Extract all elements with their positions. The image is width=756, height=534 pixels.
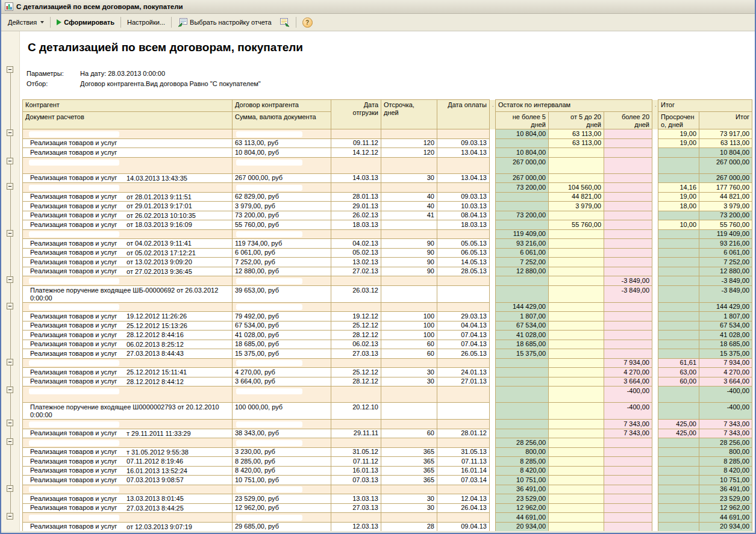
cell-interval-over-20[interactable]	[604, 239, 652, 249]
cell-pay-date[interactable]: 29.03.13	[437, 312, 490, 321]
cell-interval-up-to-5[interactable]: 10 804,00	[496, 129, 549, 139]
cell-deferral-days[interactable]	[381, 438, 437, 448]
cell-overdue-days[interactable]	[658, 157, 699, 173]
cell-ship-date[interactable]	[331, 358, 381, 368]
cell-pay-date[interactable]: 10.03.13	[437, 202, 490, 211]
cell-interval-over-20[interactable]: 4 270,00	[604, 368, 652, 377]
cell-interval-up-to-5[interactable]	[496, 429, 549, 438]
cell-interval-over-20[interactable]	[604, 267, 652, 276]
cell-interval-over-20[interactable]	[604, 138, 652, 148]
cell-overdue-days[interactable]: 61,61	[658, 358, 699, 368]
cell-overdue-days[interactable]	[658, 513, 699, 523]
cell-deferral-days[interactable]: 30	[381, 377, 437, 387]
cell-total[interactable]: 36 491,00	[699, 485, 752, 494]
cell-total[interactable]: 119 409,00	[699, 229, 752, 239]
actions-button[interactable]: Действия	[4, 17, 48, 28]
cell-document[interactable]: Реализация товаров и услуг28.12.2012 8:4…	[23, 377, 233, 387]
cell-amount[interactable]	[233, 420, 331, 429]
cell-overdue-days[interactable]	[658, 321, 699, 331]
cell-total[interactable]: 12 880,00	[699, 267, 752, 276]
cell-interval-5-to-20[interactable]	[549, 466, 604, 476]
cell-interval-5-to-20[interactable]	[549, 457, 604, 467]
cell-ship-date[interactable]: 28.12.12	[331, 377, 381, 387]
cell-counterparty[interactable]	[23, 183, 233, 193]
cell-deferral-days[interactable]: 30	[381, 173, 437, 183]
cell-amount[interactable]	[233, 513, 331, 523]
cell-document[interactable]: Реализация товаров и услугот 12.03.2013 …	[23, 522, 233, 532]
cell-amount[interactable]: 15 375,00, руб	[233, 349, 331, 359]
cell-interval-over-20[interactable]	[604, 258, 652, 267]
cell-amount[interactable]: 38 343,00, руб	[233, 429, 331, 438]
cell-interval-5-to-20[interactable]	[549, 276, 604, 286]
cell-interval-5-to-20[interactable]	[549, 387, 604, 403]
cell-interval-up-to-5[interactable]: 73 200,00	[496, 211, 549, 220]
cell-total[interactable]: 4 270,00	[699, 368, 752, 377]
cell-interval-over-20[interactable]	[604, 220, 652, 230]
choose-report-setting-button[interactable]: Выбрать настройку отчета	[173, 16, 275, 29]
cell-total[interactable]: 8 420,00	[699, 466, 752, 476]
cell-pay-date[interactable]: 08.04.13	[437, 211, 490, 220]
cell-interval-5-to-20[interactable]	[549, 331, 604, 340]
cell-interval-up-to-5[interactable]: 800,00	[496, 447, 549, 457]
cell-interval-over-20[interactable]	[604, 349, 652, 359]
cell-interval-5-to-20[interactable]	[549, 513, 604, 523]
collapse-group-icon[interactable]	[7, 420, 13, 426]
cell-interval-5-to-20[interactable]	[549, 211, 604, 220]
cell-interval-5-to-20[interactable]: 55 760,00	[549, 220, 604, 230]
cell-deferral-days[interactable]: 30	[381, 503, 437, 513]
cell-interval-over-20[interactable]	[604, 513, 652, 523]
cell-interval-up-to-5[interactable]	[496, 276, 549, 286]
cell-overdue-days[interactable]	[658, 476, 699, 485]
cell-overdue-days[interactable]	[658, 447, 699, 457]
cell-amount[interactable]: 18 685,00, руб	[233, 340, 331, 349]
cell-total[interactable]: 7 343,00	[699, 420, 752, 429]
cell-interval-up-to-5[interactable]	[496, 358, 549, 368]
cell-overdue-days[interactable]	[658, 485, 699, 494]
cell-amount[interactable]: 6 061,00, руб	[233, 248, 331, 258]
header-overdue-days[interactable]: Просрочено, дней	[658, 112, 699, 129]
cell-interval-5-to-20[interactable]	[549, 173, 604, 183]
cell-ship-date[interactable]: 16.01.13	[331, 466, 381, 476]
header-contract[interactable]: Договор контрагента	[233, 100, 331, 112]
cell-amount[interactable]: 55 760,00, руб	[233, 220, 331, 230]
cell-overdue-days[interactable]	[658, 211, 699, 220]
cell-document[interactable]: Реализация товаров и услуг14.03.2013 13:…	[23, 173, 233, 183]
cell-overdue-days[interactable]: 14,16	[658, 183, 699, 193]
cell-amount[interactable]: 10 804,00, руб	[233, 148, 331, 158]
cell-total[interactable]: 15 375,00	[699, 349, 752, 359]
cell-document[interactable]: Реализация товаров и услугот 04.02.2013 …	[23, 239, 233, 249]
cell-interval-over-20[interactable]	[604, 192, 652, 202]
cell-pay-date[interactable]	[437, 513, 490, 523]
cell-counterparty[interactable]	[23, 485, 233, 494]
cell-amount[interactable]	[233, 358, 331, 368]
cell-overdue-days[interactable]: 63,00	[658, 368, 699, 377]
cell-deferral-days[interactable]	[381, 229, 437, 239]
cell-ship-date[interactable]	[331, 513, 381, 523]
cell-document[interactable]: Реализация товаров и услуг19.12.2012 11:…	[23, 312, 233, 321]
cell-deferral-days[interactable]	[381, 420, 437, 429]
cell-document[interactable]: Реализация товаров и услугот 28.01.2013 …	[23, 192, 233, 202]
cell-interval-over-20[interactable]: -400,00	[604, 387, 652, 403]
cell-interval-up-to-5[interactable]: 12 962,00	[496, 503, 549, 513]
cell-amount[interactable]	[233, 129, 331, 139]
cell-amount[interactable]: 12 962,00, руб	[233, 503, 331, 513]
cell-total[interactable]: 18 685,00	[699, 340, 752, 349]
cell-amount[interactable]: 23 529,00, руб	[233, 494, 331, 504]
cell-interval-over-20[interactable]	[604, 211, 652, 220]
cell-pay-date[interactable]: 09.04.13	[437, 522, 490, 532]
cell-pay-date[interactable]	[437, 285, 490, 302]
cell-interval-up-to-5[interactable]: 8 285,00	[496, 457, 549, 467]
collapse-group-icon[interactable]	[7, 485, 13, 492]
cell-overdue-days[interactable]	[658, 466, 699, 476]
cell-deferral-days[interactable]: 30	[381, 368, 437, 377]
cell-overdue-days[interactable]	[658, 285, 699, 302]
cell-interval-up-to-5[interactable]: 267 000,00	[496, 173, 549, 183]
cell-total[interactable]: 73 200,00	[699, 211, 752, 220]
cell-pay-date[interactable]	[437, 420, 490, 429]
cell-total[interactable]: -3 849,00	[699, 285, 752, 302]
cell-interval-5-to-20[interactable]	[549, 267, 604, 276]
cell-interval-5-to-20[interactable]	[549, 148, 604, 158]
cell-document[interactable]: Реализация товаров и услугот 05.02.2013 …	[23, 248, 233, 258]
cell-deferral-days[interactable]: 100	[381, 331, 437, 340]
settings-button[interactable]: Настройки...	[123, 17, 169, 28]
